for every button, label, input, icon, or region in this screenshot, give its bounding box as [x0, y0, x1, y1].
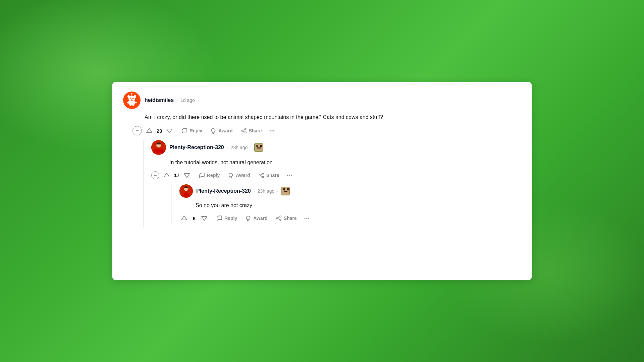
comment-body: Am I crazy, or did there used to be anim… — [145, 113, 521, 122]
reply2-author: Plenty-Reception-320 — [196, 188, 251, 194]
reply1-meta: Plenty-Reception-320 · 23h ago · — [169, 143, 263, 152]
reply-r1-icon — [199, 172, 205, 178]
award-label: Award — [218, 128, 233, 133]
svg-line-20 — [243, 129, 245, 130]
svg-rect-26 — [260, 145, 262, 147]
svg-point-8 — [133, 98, 133, 99]
reply1-header: Plenty-Reception-320 · 23h ago · — [151, 140, 521, 155]
downvote-icon[interactable] — [165, 126, 174, 135]
award-r1-button[interactable]: Award — [224, 170, 254, 180]
reply1-avatar — [151, 140, 166, 155]
vote-section-r1: 17 — [162, 171, 192, 180]
reply1-timestamp: 23h ago — [231, 145, 248, 150]
comment-text: Am I crazy, or did there used to be anim… — [145, 113, 521, 122]
svg-point-3 — [127, 95, 130, 98]
share-r2-button[interactable]: Share — [272, 213, 300, 223]
award-r2-label: Award — [253, 216, 268, 221]
share-r2-label: Share — [284, 216, 297, 221]
reply-r2-label: Reply — [224, 216, 237, 221]
minecraft-badge — [254, 143, 263, 152]
svg-line-33 — [260, 174, 262, 175]
award-button[interactable]: Award — [207, 126, 236, 136]
svg-point-44 — [280, 219, 281, 221]
vote-count-r2: 6 — [191, 216, 198, 221]
svg-point-42 — [280, 216, 281, 217]
more-button[interactable]: ··· — [267, 126, 278, 136]
action-bar-level2: 6 Reply Award Shar — [179, 213, 521, 224]
more-r2-button[interactable]: ··· — [302, 213, 313, 224]
svg-rect-39 — [287, 188, 289, 190]
reply-level2: Plenty-Reception-320 · 23h ago · So no y… — [171, 184, 521, 224]
upvote-r1-icon[interactable] — [162, 171, 171, 180]
vote-count: 23 — [156, 128, 163, 134]
svg-line-45 — [278, 217, 280, 218]
reply-r1-button[interactable]: Reply — [196, 170, 223, 180]
award-r1-label: Award — [236, 173, 250, 178]
minecraft-badge-2 — [281, 187, 290, 195]
collapse-reply1-button[interactable]: − — [151, 171, 159, 179]
svg-point-32 — [262, 176, 264, 178]
comment-timestamp: 1d ago — [180, 98, 195, 103]
svg-point-17 — [245, 128, 246, 130]
svg-rect-27 — [257, 147, 261, 148]
svg-point-12 — [129, 104, 131, 106]
reply2-header: Plenty-Reception-320 · 23h ago · — [179, 184, 521, 198]
svg-point-9 — [131, 99, 132, 100]
more-r1-button[interactable]: ··· — [284, 170, 295, 180]
svg-point-15 — [131, 93, 132, 95]
reply-label: Reply — [190, 128, 202, 133]
vote-section: 23 — [145, 126, 174, 135]
svg-rect-38 — [283, 188, 285, 190]
downvote-r1-icon[interactable] — [182, 171, 192, 180]
dot-sep: · — [176, 98, 178, 103]
svg-point-18 — [241, 130, 243, 131]
avatar — [123, 92, 141, 109]
share-r1-icon — [258, 172, 264, 178]
award-r2-button[interactable]: Award — [242, 213, 271, 223]
reply-r2-icon — [216, 215, 222, 221]
svg-point-16 — [212, 129, 215, 132]
svg-point-7 — [130, 98, 131, 99]
share-r2-icon — [276, 215, 282, 221]
svg-rect-28 — [256, 145, 258, 147]
collapse-button[interactable]: − — [132, 126, 142, 135]
upvote-icon[interactable] — [145, 126, 154, 135]
action-bar-level0: − 23 Reply Award Share — [132, 126, 521, 136]
svg-point-13 — [132, 104, 134, 106]
svg-line-21 — [243, 131, 245, 132]
vote-count-r1: 17 — [173, 172, 180, 178]
reply2-avatar — [179, 184, 193, 198]
svg-point-19 — [245, 132, 246, 133]
dot-sep2: · — [198, 98, 199, 103]
svg-point-43 — [276, 218, 278, 219]
award-r2-icon — [245, 215, 251, 221]
reply-button[interactable]: Reply — [178, 126, 206, 136]
reply-level1: Plenty-Reception-320 · 23h ago · In the … — [143, 140, 521, 228]
reply1-author: Plenty-Reception-320 — [169, 144, 224, 150]
reply2-text: So no you are not crazy — [196, 201, 521, 210]
award-r1-icon — [228, 172, 234, 178]
svg-point-4 — [134, 95, 136, 98]
share-r1-button[interactable]: Share — [255, 170, 283, 180]
share-button[interactable]: Share — [237, 126, 265, 136]
share-label: Share — [249, 128, 262, 133]
svg-point-41 — [247, 216, 250, 220]
reply2-meta: Plenty-Reception-320 · 23h ago · — [196, 187, 290, 195]
comment-author: heidismiles — [145, 97, 174, 103]
reply-r2-button[interactable]: Reply — [213, 213, 240, 223]
svg-line-46 — [278, 219, 280, 220]
downvote-r2-icon[interactable] — [200, 214, 209, 223]
comment-meta: heidismiles · 1d ago · — [145, 97, 199, 103]
reply1-text: In the tutorial worlds, not natural gene… — [169, 158, 521, 167]
award-icon — [210, 128, 216, 134]
svg-rect-40 — [284, 191, 287, 192]
svg-line-34 — [260, 176, 262, 177]
reply2-body: So no you are not crazy — [196, 201, 521, 210]
svg-point-31 — [259, 175, 260, 176]
share-icon — [241, 128, 247, 134]
upvote-r2-icon[interactable] — [179, 214, 189, 223]
top-comment: heidismiles · 1d ago · Am I crazy, or di… — [123, 92, 521, 228]
reply2-timestamp: 23h ago — [258, 188, 275, 194]
vote-section-r2: 6 — [179, 214, 209, 223]
svg-point-29 — [229, 173, 233, 177]
